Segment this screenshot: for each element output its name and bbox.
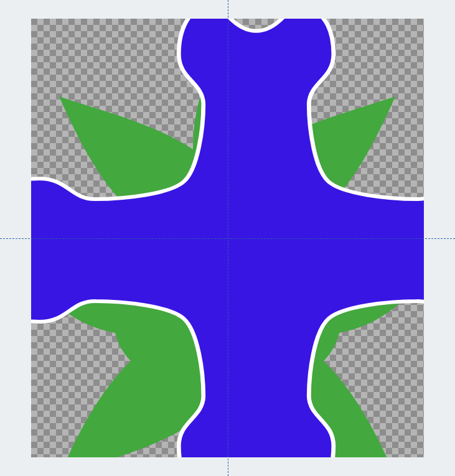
artwork-svg [31, 19, 424, 457]
editor-viewport[interactable] [0, 0, 455, 476]
canvas-area[interactable] [31, 19, 424, 457]
artwork-layer[interactable] [31, 19, 424, 457]
wrench-cross [31, 19, 424, 457]
